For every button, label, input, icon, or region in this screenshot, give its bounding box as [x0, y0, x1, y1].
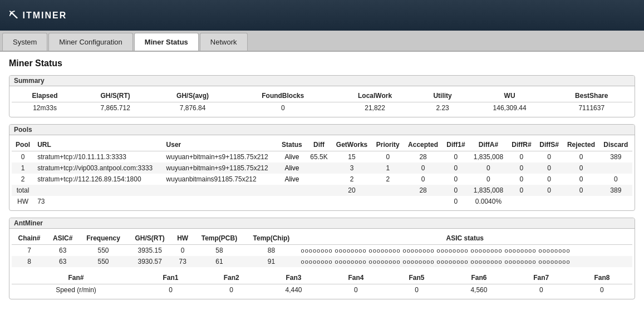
summary-table: Elapsed GH/S(RT) GH/S(avg) FoundBlocks L… [12, 90, 632, 114]
pool-0-diffr: 0 [508, 151, 535, 163]
table-row: 0 stratum+tcp://10.11.11.3:3333 wuyuan+b… [12, 151, 632, 163]
fan-col-fan8: Fan8 [572, 272, 632, 284]
pool-total-getworks: 20 [332, 185, 372, 196]
pool-0-priority: 0 [372, 151, 404, 163]
pools-table: Pool URL User Status Diff GetWorks Prior… [12, 139, 632, 207]
pool-hw-diffs [535, 196, 563, 207]
pool-2-rejected: 0 [563, 174, 599, 185]
pool-total-accepted: 28 [404, 185, 443, 196]
summary-wu: 146,309.44 [469, 102, 551, 114]
tab-network[interactable]: Network [200, 33, 248, 51]
pool-0-url: stratum+tcp://10.11.11.3:3333 [34, 151, 163, 163]
pool-hw-id: HW [12, 196, 34, 207]
pool-1-user: wuyuan+bitmain+s9+1185.75x212 [163, 163, 278, 174]
fan4-speed: 0 [326, 284, 386, 296]
pools-col-discard: Discard [599, 139, 632, 151]
pool-hw-priority [372, 196, 404, 207]
pool-total-diff1: 0 [443, 185, 469, 196]
page-title: Miner Status [9, 58, 635, 68]
pool-hw-url: 73 [34, 196, 163, 207]
tab-system[interactable]: System [2, 33, 47, 51]
pool-2-diffa: 0 [469, 174, 508, 185]
pool-1-id: 1 [12, 163, 34, 174]
chain-7-id: 7 [12, 245, 47, 257]
fan-col-fannum: Fan# [12, 272, 140, 284]
pool-0-status: Alive [278, 151, 306, 163]
pool-total-priority [372, 185, 404, 196]
tab-miner-status[interactable]: Miner Status [134, 33, 199, 51]
chain-8-hw: 73 [172, 256, 194, 267]
pools-col-diff: Diff [306, 139, 332, 151]
pool-total-rejected: 0 [563, 185, 599, 196]
pool-0-id: 0 [12, 151, 34, 163]
fan3-speed: 4,440 [262, 284, 326, 296]
logo-icon: ⛏ [9, 11, 22, 20]
summary-foundblocks: 0 [233, 102, 333, 114]
chain-7-temppcb: 58 [194, 245, 245, 257]
pools-col-getworks: GetWorks [332, 139, 372, 151]
antminer-legend: AntMiner [9, 218, 635, 229]
chain-8-id: 8 [12, 256, 47, 267]
summary-col-utility: Utility [417, 90, 469, 102]
fan-col-fan4: Fan4 [326, 272, 386, 284]
chain-col-asic: ASIC# [47, 232, 78, 245]
pool-hw-diffa: 0.0040% [469, 196, 508, 207]
chain-8-asic: 63 [47, 256, 78, 267]
pools-col-pool: Pool [12, 139, 34, 151]
pool-0-diffa: 1,835,008 [469, 151, 508, 163]
summary-col-foundblocks: FoundBlocks [233, 90, 333, 102]
chain-7-freq: 550 [78, 245, 127, 257]
chain-7-ghsrt: 3935.15 [128, 245, 172, 257]
pool-1-priority: 1 [372, 163, 404, 174]
fan2-speed: 0 [201, 284, 262, 296]
pool-1-diff [306, 163, 332, 174]
pool-1-rejected: 0 [563, 163, 599, 174]
chain-8-freq: 550 [78, 256, 127, 267]
antminer-section: AntMiner Chain# ASIC# Frequency GH/S(RT)… [9, 218, 635, 299]
pools-col-diffs: DiffS# [535, 139, 563, 151]
pools-col-priority: Priority [372, 139, 404, 151]
pool-2-discard: 0 [599, 174, 632, 185]
pool-total-status [278, 185, 306, 196]
pool-0-discard: 389 [599, 151, 632, 163]
fan-table: Fan# Fan1 Fan2 Fan3 Fan4 Fan5 Fan6 Fan7 … [12, 272, 632, 296]
pool-2-diffr: 0 [508, 174, 535, 185]
summary-col-ghsrt: GH/S(RT) [78, 90, 153, 102]
pool-0-diffs: 0 [535, 151, 563, 163]
pool-total-diffs: 0 [535, 185, 563, 196]
chain-8-asicstatus: oooooooo oooooooo oooooooo oooooooo oooo… [298, 256, 632, 267]
pool-total-diffa: 1,835,008 [469, 185, 508, 196]
summary-col-localwork: LocalWork [333, 90, 417, 102]
pool-2-user: wuyuanbitmains91185.75x212 [163, 174, 278, 185]
pool-2-status: Alive [278, 174, 306, 185]
tab-miner-configuration[interactable]: Miner Configuration [48, 33, 132, 51]
pool-total-diff [306, 185, 332, 196]
pools-legend: Pools [9, 125, 635, 135]
pool-2-id: 2 [12, 174, 34, 185]
summary-content: Elapsed GH/S(RT) GH/S(avg) FoundBlocks L… [9, 86, 635, 117]
pool-total-url [34, 185, 163, 196]
table-row: 7 63 550 3935.15 0 58 88 oooooooo oooooo… [12, 245, 632, 257]
pool-hw-discard [599, 196, 632, 207]
pools-col-diffa: DiffA# [469, 139, 508, 151]
fan6-speed: 4,560 [447, 284, 511, 296]
chain-7-hw: 0 [172, 245, 194, 257]
summary-ghsrt: 7,865.712 [78, 102, 153, 114]
pools-col-diff1: Diff1# [443, 139, 469, 151]
summary-col-bestshare: BestShare [551, 90, 633, 102]
pool-2-diff1: 0 [443, 174, 469, 185]
pools-col-accepted: Accepted [404, 139, 443, 151]
summary-row: 12m33s 7,865.712 7,876.84 0 21,822 2.23 … [12, 102, 632, 114]
pool-0-accepted: 28 [404, 151, 443, 163]
pool-hw-user [163, 196, 278, 207]
chain-col-asicstatus: ASIC status [298, 232, 632, 245]
summary-ghsavg: 7,876.84 [153, 102, 233, 114]
chain-col-tempchip: Temp(Chip) [245, 232, 297, 245]
summary-utility: 2.23 [417, 102, 469, 114]
pools-col-user: User [163, 139, 278, 151]
pool-1-discard [599, 163, 632, 174]
pool-total-user [163, 185, 278, 196]
pool-total-discard: 389 [599, 185, 632, 196]
table-row: total 20 28 0 1,835,008 0 0 0 389 [12, 185, 632, 196]
pool-1-status: Alive [278, 163, 306, 174]
